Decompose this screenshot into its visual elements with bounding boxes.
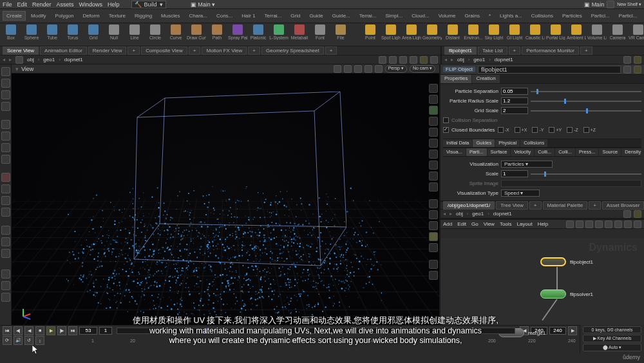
sub-tab[interactable]: Density (621, 148, 641, 156)
pane-tab[interactable]: Scene View (3, 46, 39, 55)
shelf-icon[interactable]: Spot Light (383, 25, 399, 45)
new-shelf-icon[interactable] (607, 1, 614, 8)
snap-point-icon[interactable] (1, 120, 10, 129)
shelf-tab[interactable]: Lights a... (496, 11, 526, 21)
param-back-icon[interactable]: ◂ (444, 57, 447, 63)
menu-edit[interactable]: Edit (17, 1, 28, 8)
shelf-icon[interactable]: Path (209, 25, 225, 45)
audio-icon[interactable]: 🔊 (14, 336, 23, 345)
disp-light-icon[interactable] (429, 182, 438, 191)
shelf-set-label[interactable]: ▣ Main ▾ (191, 1, 216, 8)
pane-tab[interactable]: Asset Browser (602, 201, 644, 210)
shelf-tab[interactable]: Modify (27, 11, 50, 21)
shelf-tab[interactable]: Guide (305, 11, 327, 21)
shelf-tab[interactable]: Grains (460, 11, 484, 21)
sub-tab[interactable]: Physical (495, 139, 520, 147)
shelf-icon[interactable]: Platonic (250, 25, 267, 45)
key-all-btn[interactable]: ▶ Key All Channels (583, 335, 641, 342)
chk-collsep[interactable] (443, 117, 449, 123)
shelf-icon[interactable]: Font (312, 25, 328, 45)
highqual-icon[interactable] (429, 260, 438, 269)
sub-tab[interactable]: Surface (488, 148, 511, 156)
disp-nrm-icon[interactable] (429, 95, 438, 104)
move-tool-icon[interactable] (1, 79, 10, 88)
net-menu[interactable]: Go (471, 221, 478, 227)
crumb-geo1[interactable]: geo1 (43, 57, 55, 63)
dropdown-viztype[interactable]: Speed ▾ (501, 190, 540, 197)
chk-axis[interactable] (498, 127, 504, 133)
net-opt-3-icon[interactable] (585, 221, 593, 228)
shelf-icon[interactable]: Portal Light (547, 25, 564, 45)
chk-axis[interactable] (532, 127, 538, 133)
shelf-icon[interactable]: Ambient Light (568, 25, 585, 45)
disp-bg-icon[interactable] (429, 161, 438, 170)
keys-info[interactable]: 0 keys, 0/0 channels (583, 326, 641, 333)
shelf-tab[interactable]: Simpl... (381, 11, 406, 21)
shelf-tab[interactable]: Cons... (213, 11, 236, 21)
shelf-tab[interactable]: Collisions (527, 11, 557, 21)
node-flipsolver1[interactable]: flipsolver1 (540, 289, 593, 299)
vp-tool-1-icon[interactable] (379, 56, 386, 64)
pin-icon[interactable] (410, 56, 417, 64)
select-tool-icon[interactable] (1, 67, 10, 76)
shelf-icon[interactable]: Grid (85, 25, 102, 45)
menu-assets[interactable]: Assets (57, 1, 74, 8)
inspect-tool-icon[interactable] (1, 196, 10, 205)
auto-key-btn[interactable]: ⬤ Auto ▾ (583, 344, 641, 351)
snap-curve-icon[interactable] (1, 237, 10, 246)
menu-help[interactable]: Help (108, 1, 120, 8)
shelf-tab[interactable]: Cloud... (408, 11, 433, 21)
shelf-tab[interactable]: Terrai... (355, 11, 381, 21)
shelf-icon[interactable]: Torus (64, 25, 81, 45)
shelf-tab[interactable]: Particles (558, 11, 586, 21)
shelf-tab[interactable]: * (485, 11, 495, 21)
shelf-tab[interactable]: Particl... (615, 11, 641, 21)
disp-pts-icon[interactable] (429, 84, 438, 93)
shelf-icon[interactable]: Distant (444, 25, 461, 45)
shelf-tab[interactable]: Terrai... (261, 11, 286, 21)
persp-pill[interactable]: Persp ▾ (385, 65, 407, 73)
net-pin-icon[interactable] (623, 210, 631, 218)
goto-first-icon[interactable]: ⏮ (3, 326, 12, 335)
vp-tool-2-icon[interactable] (389, 56, 397, 64)
vp-tool-3-icon[interactable] (399, 56, 407, 64)
pane-tab[interactable]: + (509, 46, 521, 55)
viewport-canvas[interactable] (12, 74, 439, 325)
shelf-icon[interactable]: Line (126, 25, 143, 45)
pane-tab[interactable]: Performance Monitor (522, 46, 579, 55)
shelf-tab[interactable]: Chara... (185, 11, 211, 21)
pane-tab[interactable]: Take List (478, 46, 507, 55)
shelf-tab[interactable]: Texture (105, 11, 129, 21)
snap-multi-icon[interactable] (1, 249, 10, 258)
sub-tab[interactable]: Collisions (520, 139, 547, 147)
play-back-icon[interactable]: ◀ (24, 326, 33, 335)
node-name-field[interactable]: flipobject1 (478, 66, 621, 74)
slider-rad[interactable] (531, 101, 641, 102)
slider-viz-scale[interactable] (531, 173, 641, 175)
disp-ghost-icon[interactable] (429, 139, 438, 148)
vp-disp-4-icon[interactable] (365, 65, 372, 73)
crumb-p-dopnet1[interactable]: dopnet1 (495, 57, 513, 63)
gear-icon[interactable] (623, 66, 631, 74)
crumb-obj[interactable]: obj (27, 57, 34, 63)
play-fwd-icon[interactable]: ▶ (46, 326, 55, 335)
pane-tab[interactable]: + (128, 46, 140, 55)
node-flipobject1[interactable]: flipobject1 (540, 257, 593, 266)
net-menu[interactable]: View (484, 221, 495, 227)
tab-creation[interactable]: Creation (472, 75, 499, 83)
net-crumb-geo1[interactable]: geo1 (472, 211, 484, 217)
net-opt-1-icon[interactable] (566, 221, 574, 228)
pane-tab[interactable]: Animation Editor (40, 46, 87, 55)
shelf-icon[interactable]: Sky Light (486, 25, 502, 45)
pane-tab[interactable]: Geometry Spreadsheet (261, 46, 324, 55)
sub-tab[interactable]: Source (599, 148, 621, 156)
nocam-pill[interactable]: No cam ▾ (410, 65, 435, 73)
pane-tab[interactable]: + (248, 46, 260, 55)
net-back-icon[interactable]: ◂ (443, 211, 446, 217)
viewport[interactable]: ▾ View Persp ▾ No cam ▾ (12, 64, 440, 325)
disp-hide-icon[interactable] (429, 150, 438, 159)
shelf-icon[interactable]: Null (106, 25, 122, 45)
net-menu[interactable]: Tools (500, 221, 512, 227)
network-canvas[interactable]: Dynamics flipobject1 flipsolver1 merge1 (440, 238, 644, 325)
flatshaded-icon[interactable] (429, 221, 438, 230)
